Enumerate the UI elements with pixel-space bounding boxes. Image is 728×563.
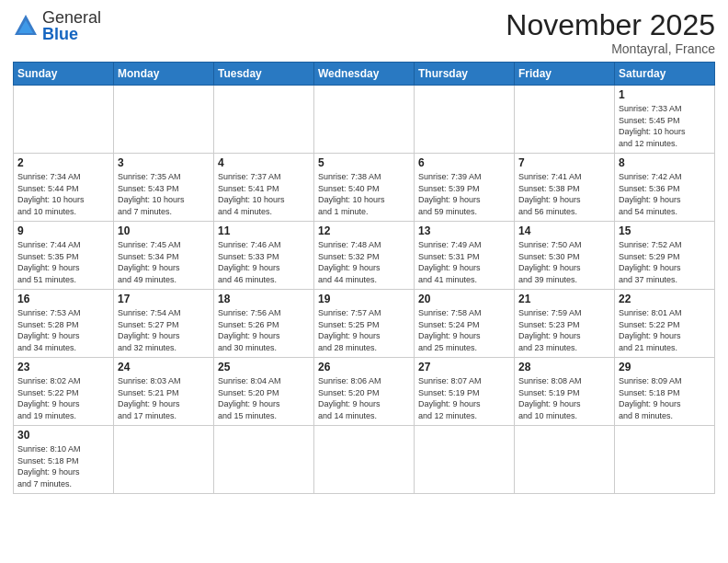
- day-number: 30: [17, 429, 109, 442]
- day-cell: [615, 426, 715, 493]
- day-number: 4: [218, 156, 310, 169]
- day-cell: 7Sunrise: 7:41 AM Sunset: 5:38 PM Daylig…: [515, 154, 615, 222]
- day-number: 13: [418, 224, 510, 237]
- day-info: Sunrise: 7:49 AM Sunset: 5:31 PM Dayligh…: [418, 239, 510, 285]
- day-number: 20: [418, 293, 510, 305]
- day-number: 1: [619, 88, 711, 101]
- day-info: Sunrise: 7:46 AM Sunset: 5:33 PM Dayligh…: [218, 239, 310, 285]
- day-number: 3: [118, 156, 210, 169]
- day-info: Sunrise: 8:06 AM Sunset: 5:20 PM Dayligh…: [318, 375, 410, 421]
- day-cell: 10Sunrise: 7:45 AM Sunset: 5:34 PM Dayli…: [114, 222, 214, 290]
- day-cell: 17Sunrise: 7:54 AM Sunset: 5:27 PM Dayli…: [114, 290, 214, 358]
- day-cell: 16Sunrise: 7:53 AM Sunset: 5:28 PM Dayli…: [14, 290, 114, 358]
- day-cell: 25Sunrise: 8:04 AM Sunset: 5:20 PM Dayli…: [214, 358, 314, 426]
- week-row-1: 2Sunrise: 7:34 AM Sunset: 5:44 PM Daylig…: [14, 154, 715, 222]
- location: Montayral, France: [506, 41, 715, 56]
- day-info: Sunrise: 7:45 AM Sunset: 5:34 PM Dayligh…: [118, 239, 210, 285]
- day-info: Sunrise: 7:44 AM Sunset: 5:35 PM Dayligh…: [17, 239, 109, 285]
- day-cell: 26Sunrise: 8:06 AM Sunset: 5:20 PM Dayli…: [314, 358, 415, 426]
- day-cell: 23Sunrise: 8:02 AM Sunset: 5:22 PM Dayli…: [14, 358, 114, 426]
- day-info: Sunrise: 8:08 AM Sunset: 5:19 PM Dayligh…: [518, 375, 610, 421]
- day-number: 23: [17, 361, 109, 373]
- weekday-header-saturday: Saturday: [615, 63, 715, 86]
- title-block: November 2025 Montayral, France: [506, 9, 715, 56]
- weekday-header-tuesday: Tuesday: [214, 63, 314, 86]
- day-cell: 4Sunrise: 7:37 AM Sunset: 5:41 PM Daylig…: [214, 154, 314, 222]
- week-row-4: 23Sunrise: 8:02 AM Sunset: 5:22 PM Dayli…: [14, 358, 715, 426]
- header: General Blue November 2025 Montayral, Fr…: [13, 9, 715, 56]
- day-cell: [314, 86, 415, 154]
- day-cell: 14Sunrise: 7:50 AM Sunset: 5:30 PM Dayli…: [515, 222, 615, 290]
- day-number: 8: [619, 156, 711, 169]
- day-cell: 2Sunrise: 7:34 AM Sunset: 5:44 PM Daylig…: [14, 154, 114, 222]
- week-row-5: 30Sunrise: 8:10 AM Sunset: 5:18 PM Dayli…: [14, 426, 715, 493]
- day-cell: 30Sunrise: 8:10 AM Sunset: 5:18 PM Dayli…: [14, 426, 114, 493]
- page: General Blue November 2025 Montayral, Fr…: [0, 0, 728, 563]
- day-number: 12: [318, 224, 410, 237]
- day-info: Sunrise: 8:10 AM Sunset: 5:18 PM Dayligh…: [17, 443, 109, 489]
- day-number: 9: [17, 224, 109, 237]
- day-number: 26: [318, 361, 410, 373]
- day-cell: 22Sunrise: 8:01 AM Sunset: 5:22 PM Dayli…: [615, 290, 715, 358]
- day-number: 15: [619, 224, 711, 237]
- day-info: Sunrise: 7:48 AM Sunset: 5:32 PM Dayligh…: [318, 239, 410, 285]
- day-info: Sunrise: 7:34 AM Sunset: 5:44 PM Dayligh…: [17, 171, 109, 217]
- day-cell: 21Sunrise: 7:59 AM Sunset: 5:23 PM Dayli…: [515, 290, 615, 358]
- day-cell: 3Sunrise: 7:35 AM Sunset: 5:43 PM Daylig…: [114, 154, 214, 222]
- day-number: 18: [218, 293, 310, 305]
- calendar: SundayMondayTuesdayWednesdayThursdayFrid…: [13, 62, 715, 493]
- day-info: Sunrise: 8:01 AM Sunset: 5:22 PM Dayligh…: [619, 307, 711, 353]
- day-info: Sunrise: 7:57 AM Sunset: 5:25 PM Dayligh…: [318, 307, 410, 353]
- logo-icon: [13, 13, 39, 39]
- day-info: Sunrise: 7:56 AM Sunset: 5:26 PM Dayligh…: [218, 307, 310, 353]
- day-cell: [314, 426, 415, 493]
- day-cell: [415, 426, 515, 493]
- weekday-header-wednesday: Wednesday: [314, 63, 415, 86]
- week-row-3: 16Sunrise: 7:53 AM Sunset: 5:28 PM Dayli…: [14, 290, 715, 358]
- day-cell: [415, 86, 515, 154]
- day-number: 21: [518, 293, 610, 305]
- day-info: Sunrise: 7:54 AM Sunset: 5:27 PM Dayligh…: [118, 307, 210, 353]
- day-info: Sunrise: 8:07 AM Sunset: 5:19 PM Dayligh…: [418, 375, 510, 421]
- day-cell: 24Sunrise: 8:03 AM Sunset: 5:21 PM Dayli…: [114, 358, 214, 426]
- day-cell: [515, 426, 615, 493]
- day-number: 6: [418, 156, 510, 169]
- day-info: Sunrise: 7:35 AM Sunset: 5:43 PM Dayligh…: [118, 171, 210, 217]
- logo-text: General Blue: [42, 9, 101, 42]
- day-cell: [114, 86, 214, 154]
- day-cell: [114, 426, 214, 493]
- day-cell: [214, 426, 314, 493]
- day-number: 11: [218, 224, 310, 237]
- weekday-header-thursday: Thursday: [415, 63, 515, 86]
- weekday-header-sunday: Sunday: [14, 63, 114, 86]
- month-title: November 2025: [506, 9, 715, 41]
- day-cell: 1Sunrise: 7:33 AM Sunset: 5:45 PM Daylig…: [615, 86, 715, 154]
- day-cell: 28Sunrise: 8:08 AM Sunset: 5:19 PM Dayli…: [515, 358, 615, 426]
- day-info: Sunrise: 7:42 AM Sunset: 5:36 PM Dayligh…: [619, 171, 711, 217]
- day-number: 17: [118, 293, 210, 305]
- day-info: Sunrise: 7:59 AM Sunset: 5:23 PM Dayligh…: [518, 307, 610, 353]
- day-cell: 13Sunrise: 7:49 AM Sunset: 5:31 PM Dayli…: [415, 222, 515, 290]
- day-number: 24: [118, 361, 210, 373]
- week-row-2: 9Sunrise: 7:44 AM Sunset: 5:35 PM Daylig…: [14, 222, 715, 290]
- day-cell: 18Sunrise: 7:56 AM Sunset: 5:26 PM Dayli…: [214, 290, 314, 358]
- day-info: Sunrise: 8:02 AM Sunset: 5:22 PM Dayligh…: [17, 375, 109, 421]
- weekday-header-monday: Monday: [114, 63, 214, 86]
- day-cell: 11Sunrise: 7:46 AM Sunset: 5:33 PM Dayli…: [214, 222, 314, 290]
- day-info: Sunrise: 7:52 AM Sunset: 5:29 PM Dayligh…: [619, 239, 711, 285]
- weekday-header-friday: Friday: [515, 63, 615, 86]
- day-cell: 12Sunrise: 7:48 AM Sunset: 5:32 PM Dayli…: [314, 222, 415, 290]
- day-info: Sunrise: 8:04 AM Sunset: 5:20 PM Dayligh…: [218, 375, 310, 421]
- day-number: 14: [518, 224, 610, 237]
- weekday-header-row: SundayMondayTuesdayWednesdayThursdayFrid…: [14, 63, 715, 86]
- day-cell: 8Sunrise: 7:42 AM Sunset: 5:36 PM Daylig…: [615, 154, 715, 222]
- day-number: 29: [619, 361, 711, 373]
- day-info: Sunrise: 7:37 AM Sunset: 5:41 PM Dayligh…: [218, 171, 310, 217]
- day-info: Sunrise: 7:33 AM Sunset: 5:45 PM Dayligh…: [619, 103, 711, 149]
- day-number: 22: [619, 293, 711, 305]
- day-info: Sunrise: 7:38 AM Sunset: 5:40 PM Dayligh…: [318, 171, 410, 217]
- day-info: Sunrise: 7:39 AM Sunset: 5:39 PM Dayligh…: [418, 171, 510, 217]
- day-number: 19: [318, 293, 410, 305]
- day-number: 7: [518, 156, 610, 169]
- day-info: Sunrise: 8:09 AM Sunset: 5:18 PM Dayligh…: [619, 375, 711, 421]
